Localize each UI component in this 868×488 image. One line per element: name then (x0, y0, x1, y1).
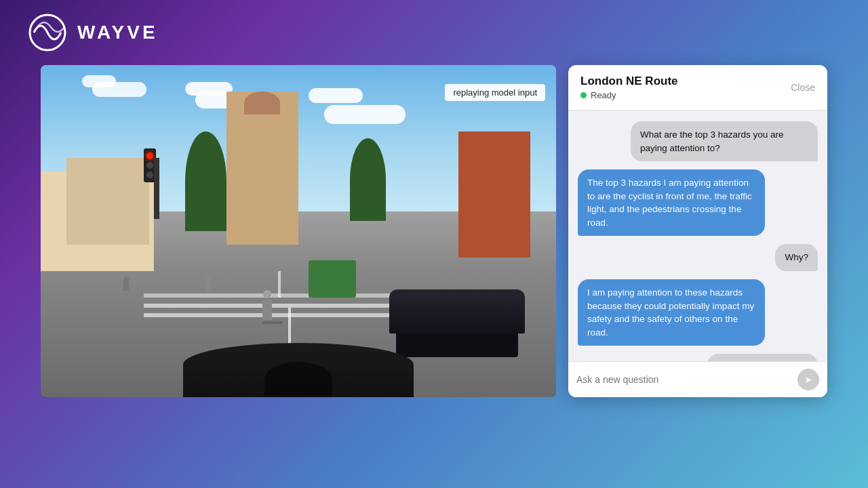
amber-light (146, 162, 153, 169)
status-indicator (580, 92, 587, 98)
replay-badge: replaying model input (445, 84, 545, 101)
logo-text: WAYVE (77, 22, 158, 43)
red-light (146, 152, 153, 159)
header: WAYVE (0, 0, 868, 65)
crosswalk-1 (144, 313, 427, 317)
cloud-4 (185, 82, 233, 96)
message-row-4: I am paying attention to these hazards b… (578, 279, 818, 346)
dark-suv (389, 289, 525, 357)
right-brick-building (458, 131, 530, 258)
tower-dome (244, 92, 280, 115)
chat-input-area: ➤ (568, 361, 827, 397)
bubble-user-3: Why are you stopped? (707, 354, 818, 361)
wayve-logo-icon (27, 12, 68, 53)
cloud-5 (324, 105, 406, 124)
crosswalk-2 (144, 304, 427, 308)
video-panel: replaying model input (41, 65, 556, 397)
pedestrian-2 (205, 276, 211, 291)
bubble-ai-2: I am paying attention to these hazards b… (578, 279, 765, 346)
tree-1 (185, 131, 226, 231)
left-building-2 (66, 158, 149, 244)
chat-panel: London NE Route Ready Close What are the… (568, 65, 827, 397)
video-scene: replaying model input (41, 65, 556, 397)
close-button[interactable]: Close (791, 82, 815, 93)
bubble-user-2: Why? (775, 244, 818, 271)
message-row-1: What are the top 3 hazards you are payin… (578, 121, 818, 161)
chat-input[interactable] (576, 374, 792, 385)
message-row-5: Why are you stopped? (578, 354, 818, 361)
car-hood-center (264, 362, 332, 396)
cyclist (262, 300, 283, 324)
send-button[interactable]: ➤ (797, 369, 819, 390)
chat-route-title: London NE Route (580, 75, 678, 88)
green-light (146, 171, 153, 178)
traffic-light-post (154, 158, 159, 219)
tree-2 (350, 138, 386, 222)
center-tower (226, 92, 298, 244)
chat-header: London NE Route Ready Close (568, 65, 827, 110)
message-row-3: Why? (578, 244, 818, 271)
bubble-user-1: What are the top 3 hazards you are payin… (631, 121, 818, 161)
send-icon: ➤ (804, 374, 812, 385)
chat-status-row: Ready (580, 90, 678, 100)
status-text: Ready (591, 90, 616, 100)
chat-header-info: London NE Route Ready (580, 75, 678, 100)
message-row-2: The top 3 hazards I am paying attention … (578, 169, 818, 236)
bubble-ai-1: The top 3 hazards I am paying attention … (578, 169, 765, 236)
cloud-2 (82, 75, 116, 87)
pedestrian-1 (123, 277, 129, 291)
chat-messages-container: What are the top 3 hazards you are payin… (568, 110, 827, 361)
cloud-6 (309, 88, 363, 103)
main-content: replaying model input London NE Route Re… (0, 65, 868, 479)
crosswalk-3 (144, 293, 427, 298)
green-truck (309, 260, 356, 298)
